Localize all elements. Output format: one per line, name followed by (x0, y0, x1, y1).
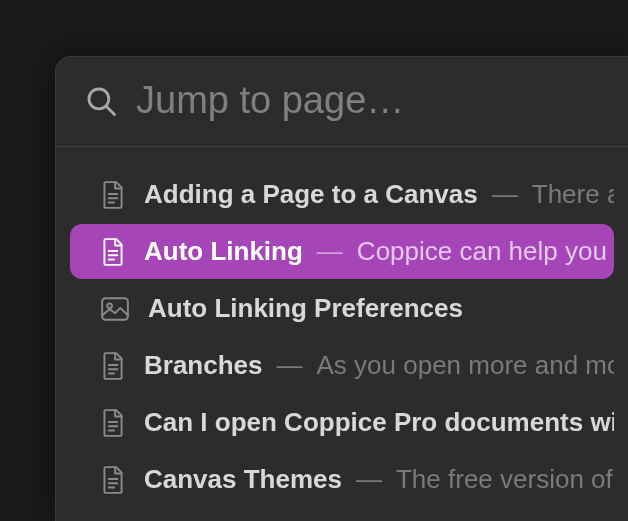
result-description: The free version of C (396, 464, 614, 495)
jump-to-page-popup: Adding a Page to a Canvas—There areAuto … (55, 56, 628, 521)
result-title: Can I open Coppice Pro documents witho (144, 407, 614, 438)
image-icon (100, 296, 130, 322)
svg-line-1 (107, 106, 115, 114)
result-title: Canvas Themes (144, 464, 342, 495)
search-icon (84, 84, 118, 118)
result-description: There are (532, 179, 614, 210)
result-item[interactable]: Adding a Page to a Canvas—There are (70, 167, 614, 222)
svg-point-9 (107, 303, 112, 308)
separator-dash: — (342, 464, 396, 495)
page-icon (100, 465, 126, 495)
result-item[interactable]: Auto Linking Preferences (70, 281, 614, 336)
result-item[interactable]: Branches—As you open more and more (70, 338, 614, 393)
result-item[interactable]: Can I open Coppice Pro documents witho (70, 395, 614, 450)
page-icon (100, 351, 126, 381)
page-icon (100, 180, 126, 210)
page-icon (100, 237, 126, 267)
search-input[interactable] (136, 79, 610, 122)
result-title: Auto Linking Preferences (148, 293, 463, 324)
result-description: As you open more and more (317, 350, 615, 381)
result-description: Coppice can help you co (357, 236, 614, 267)
results-list: Adding a Page to a Canvas—There areAuto … (56, 147, 628, 507)
result-title: Adding a Page to a Canvas (144, 179, 478, 210)
svg-rect-8 (102, 298, 128, 319)
search-row (56, 57, 628, 147)
result-item[interactable]: Canvas Themes—The free version of C (70, 452, 614, 507)
result-item[interactable]: Auto Linking—Coppice can help you co (70, 224, 614, 279)
page-icon (100, 408, 126, 438)
separator-dash: — (303, 236, 357, 267)
result-title: Branches (144, 350, 263, 381)
separator-dash: — (263, 350, 317, 381)
separator-dash: — (478, 179, 532, 210)
result-title: Auto Linking (144, 236, 303, 267)
